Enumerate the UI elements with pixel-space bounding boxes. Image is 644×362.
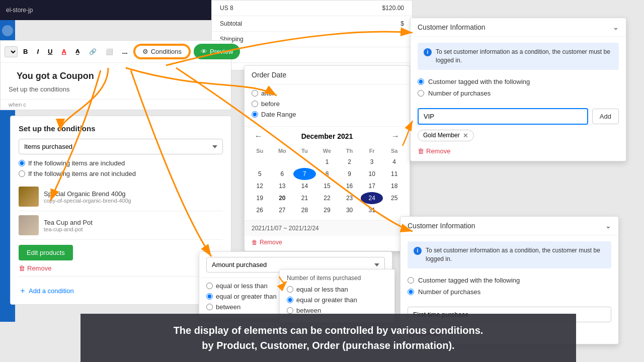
conditions-button[interactable]: ⚙ Conditions (134, 45, 190, 58)
date-after-radio[interactable] (252, 90, 258, 97)
radio-included[interactable]: If the following items are included (19, 159, 223, 167)
tag-close-icon[interactable]: ✕ (463, 132, 468, 139)
cal-cell-17[interactable]: 17 (361, 180, 383, 192)
date-range-option[interactable]: Date Range (252, 111, 403, 118)
cal-prev-button[interactable]: ← (252, 131, 266, 142)
store-topbar: el-store-jp (0, 0, 211, 20)
cal-day-tu: Tu (293, 146, 316, 156)
highlight-button[interactable]: A̲ (72, 46, 84, 57)
items-greater-option[interactable]: equal or greater than (287, 296, 387, 304)
customer-info-top-header[interactable]: Customer Information ⌄ (411, 18, 626, 37)
heading-select[interactable] (5, 46, 18, 57)
customer-tagged-option-2[interactable]: Customer tagged with the following (408, 277, 611, 284)
cal-cell-15[interactable]: 15 (316, 180, 339, 192)
num-purchases-label: Number of purchases (428, 89, 491, 97)
date-range-radio[interactable] (252, 111, 258, 118)
items-between-option[interactable]: between (287, 307, 387, 314)
cal-next-button[interactable]: → (388, 131, 403, 142)
date-before-radio[interactable] (252, 101, 258, 107)
radio-not-included-input[interactable] (19, 170, 25, 177)
customer-tagged-option[interactable]: Customer tagged with the following (418, 78, 619, 85)
radio-included-input[interactable] (19, 160, 25, 166)
amount-between-radio[interactable] (206, 304, 213, 310)
link-button[interactable]: 🔗 (86, 46, 100, 57)
cal-cell-empty-4[interactable] (383, 204, 406, 216)
cal-cell-28[interactable]: 28 (293, 204, 316, 216)
items-greater-radio[interactable] (287, 297, 293, 303)
cal-cell-5[interactable]: 5 (249, 168, 271, 180)
plus-icon: ＋ (19, 286, 27, 296)
cal-cell-24[interactable]: 24 (361, 192, 383, 204)
cal-cell-31[interactable]: 31 (361, 204, 383, 216)
customer-tagged-radio[interactable] (418, 78, 424, 85)
cal-cell-19[interactable]: 19 (249, 192, 271, 204)
cal-cell-23[interactable]: 23 (338, 192, 361, 204)
cal-cell-7[interactable]: 7 (293, 168, 316, 180)
bold-button[interactable]: B (20, 46, 31, 57)
remove-condition-link[interactable]: 🗑 Remove (19, 264, 223, 272)
date-after-option[interactable]: after (252, 89, 403, 97)
cal-cell-10[interactable]: 10 (361, 168, 383, 180)
cal-cell-empty-3[interactable] (293, 156, 316, 168)
customer-tagged-radio-2[interactable] (408, 277, 414, 284)
cal-cell-21[interactable]: 21 (293, 192, 316, 204)
image-button[interactable]: ⬜ (102, 46, 117, 57)
product-1-info: Special Organic Brend 400g copy-of-speci… (44, 190, 131, 204)
remove-date-link[interactable]: 🗑 Remove (245, 236, 410, 251)
cal-cell-empty-1[interactable] (249, 156, 271, 168)
more-button[interactable]: ... (119, 46, 131, 57)
color-button[interactable]: A (58, 46, 69, 57)
customer-tagged-label: Customer tagged with the following (428, 78, 530, 85)
coupon-content: You got a Coupon (1, 63, 231, 85)
add-tag-button[interactable]: Add (592, 109, 619, 124)
info-icon-top: i (424, 48, 432, 56)
cal-cell-20[interactable]: 20 (271, 192, 294, 204)
underline-button[interactable]: U (44, 46, 56, 57)
cal-cell-27[interactable]: 27 (271, 204, 294, 216)
items-between-radio[interactable] (287, 307, 293, 314)
banner-text: The display of elements can be controlle… (93, 323, 564, 353)
editor-toolbar: B I U A A̲ 🔗 ⬜ ... ⚙ Conditions 👁 Previe… (1, 41, 231, 63)
cal-cell-1[interactable]: 1 (316, 156, 339, 168)
cal-cell-14[interactable]: 14 (293, 180, 316, 192)
edit-products-button[interactable]: Edit products (19, 245, 73, 260)
date-before-option[interactable]: before (252, 100, 403, 108)
add-condition-link[interactable]: ＋ Add a condition (19, 286, 223, 296)
conditions-panel-title: Set up the conditions (19, 124, 223, 133)
add-condition-divider (19, 276, 223, 281)
customer-info-top-remove[interactable]: 🗑 Remove (411, 144, 626, 161)
cal-cell-6[interactable]: 6 (271, 168, 294, 180)
items-dropdown[interactable]: Items purchased (19, 139, 223, 154)
amount-less-radio[interactable] (206, 283, 213, 289)
cal-cell-13[interactable]: 13 (271, 180, 294, 192)
cal-cell-30[interactable]: 30 (338, 204, 361, 216)
cal-cell-9[interactable]: 9 (338, 168, 361, 180)
preview-label: Preview (210, 48, 233, 55)
radio-not-included[interactable]: If the following items are not included (19, 170, 223, 177)
num-purchases-option-2[interactable]: Number of purchases (408, 288, 611, 296)
cal-cell-26[interactable]: 26 (249, 204, 271, 216)
vip-input-field[interactable] (418, 108, 588, 125)
cal-cell-12[interactable]: 12 (249, 180, 271, 192)
cal-cell-18[interactable]: 18 (383, 180, 406, 192)
cal-cell-2[interactable]: 2 (338, 156, 361, 168)
cal-cell-8[interactable]: 8 (316, 168, 339, 180)
amount-greater-radio[interactable] (206, 293, 213, 300)
cal-cell-3[interactable]: 3 (361, 156, 383, 168)
cal-cell-25[interactable]: 25 (383, 192, 406, 204)
cal-cell-4[interactable]: 4 (383, 156, 406, 168)
items-less-radio[interactable] (287, 286, 293, 293)
num-purchases-option[interactable]: Number of purchases (418, 89, 619, 97)
cal-cell-22[interactable]: 22 (316, 192, 339, 204)
italic-button[interactable]: I (33, 46, 42, 57)
num-purchases-radio[interactable] (418, 90, 424, 97)
cal-cell-empty-2[interactable] (271, 156, 294, 168)
num-purchases-radio-2[interactable] (408, 289, 414, 295)
cal-cell-11[interactable]: 11 (383, 168, 406, 180)
preview-button[interactable]: 👁 Preview (194, 44, 240, 59)
cal-cell-29[interactable]: 29 (316, 204, 339, 216)
items-less-option[interactable]: equal or less than (287, 286, 387, 293)
customer-tagged-label-2: Customer tagged with the following (418, 277, 520, 284)
cal-cell-16[interactable]: 16 (338, 180, 361, 192)
customer-info-bottom-header[interactable]: Customer Information ⌄ (400, 217, 618, 235)
